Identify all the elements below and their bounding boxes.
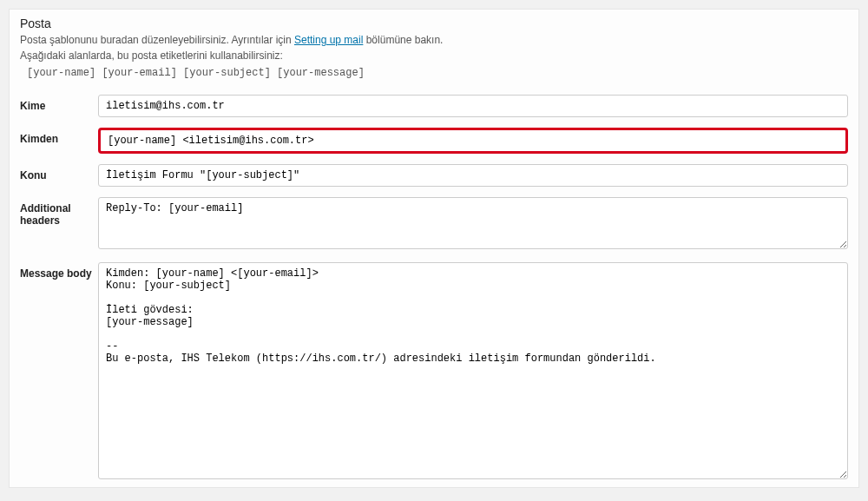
subject-label: Konu bbox=[20, 164, 98, 181]
to-label: Kime bbox=[20, 95, 98, 112]
mail-panel: Posta Posta şablonunu buradan düzenleyeb… bbox=[9, 9, 859, 488]
headers-textarea[interactable] bbox=[98, 197, 848, 249]
body-label: Message body bbox=[20, 262, 98, 280]
mail-tags: [your-name] [your-email] [your-subject] … bbox=[10, 65, 858, 89]
row-to: Kime bbox=[10, 89, 858, 122]
from-input[interactable] bbox=[98, 128, 848, 154]
row-subject: Konu bbox=[10, 159, 858, 192]
panel-title: Posta bbox=[10, 10, 858, 34]
desc-before: Posta şablonunu buradan düzenleyebilirsi… bbox=[20, 34, 294, 46]
body-textarea[interactable] bbox=[98, 262, 848, 479]
subject-input[interactable] bbox=[98, 164, 848, 187]
headers-label: Additional headers bbox=[20, 197, 98, 227]
from-label: Kimden bbox=[20, 128, 98, 145]
row-body: Message body bbox=[10, 257, 858, 487]
row-from: Kimden bbox=[10, 122, 858, 159]
panel-description-2: Aşağıdaki alanlarda, bu posta etiketleri… bbox=[10, 49, 858, 65]
row-headers: Additional headers bbox=[10, 192, 858, 257]
to-input[interactable] bbox=[98, 95, 848, 117]
desc-after: bölümüne bakın. bbox=[363, 34, 443, 46]
setting-up-mail-link[interactable]: Setting up mail bbox=[294, 34, 363, 46]
panel-description: Posta şablonunu buradan düzenleyebilirsi… bbox=[10, 34, 858, 49]
